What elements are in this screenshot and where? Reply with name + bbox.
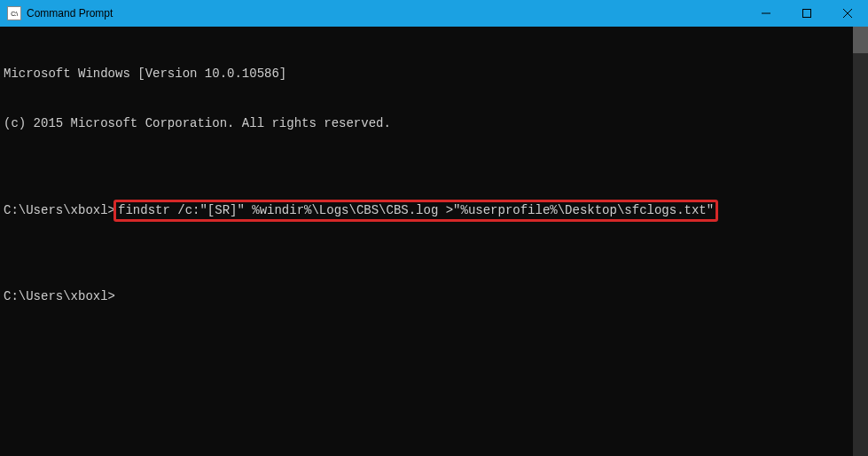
close-icon — [843, 9, 852, 18]
highlight-annotation: findstr /c:"[SR]" %windir%\Logs\CBS\CBS.… — [113, 200, 718, 222]
scrollbar-thumb[interactable] — [853, 27, 868, 53]
minimize-button[interactable] — [746, 0, 786, 27]
title-bar[interactable]: C:\ Command Prompt — [0, 0, 868, 27]
terminal-body[interactable]: Microsoft Windows [Version 10.0.10586] (… — [0, 27, 868, 456]
close-button[interactable] — [827, 0, 868, 27]
version-line: Microsoft Windows [Version 10.0.10586] — [4, 66, 863, 83]
command-prompt-window: C:\ Command Prompt Mic — [0, 0, 868, 456]
cmd-icon: C:\ — [7, 6, 21, 20]
maximize-icon — [802, 9, 811, 18]
maximize-button[interactable] — [786, 0, 827, 27]
scrollbar-track[interactable] — [853, 27, 868, 456]
title-bar-left: C:\ Command Prompt — [7, 6, 113, 20]
svg-rect-1 — [803, 10, 811, 18]
window-title: Command Prompt — [27, 7, 113, 20]
minimize-icon — [762, 9, 770, 18]
copyright-line: (c) 2015 Microsoft Corporation. All righ… — [4, 115, 863, 132]
command-text: findstr /c:"[SR]" %windir%\Logs\CBS\CBS.… — [118, 203, 714, 217]
command-line-1: C:\Users\xboxl>findstr /c:"[SR]" %windir… — [4, 200, 863, 222]
window-controls — [746, 0, 868, 27]
prompt-line-2: C:\Users\xboxl> — [4, 288, 863, 305]
prompt-1: C:\Users\xboxl> — [4, 203, 115, 217]
